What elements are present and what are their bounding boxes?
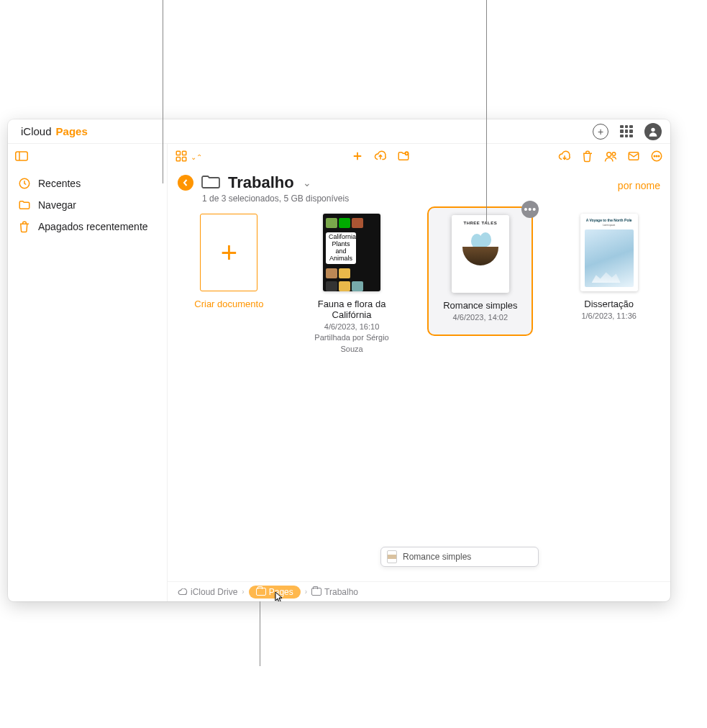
delete-button[interactable]: [581, 150, 594, 165]
title-bar: iCloud Pages +: [8, 119, 670, 144]
svg-point-0: [651, 127, 654, 131]
callout-line-more: [486, 0, 487, 223]
account-avatar[interactable]: [644, 123, 662, 140]
toolbar-group-left: ⌄⌃: [175, 150, 202, 165]
breadcrumb-trabalho[interactable]: Trabalho: [311, 587, 358, 597]
svg-point-15: [658, 155, 660, 157]
thumb-text: California Plants and Animals: [326, 232, 356, 264]
email-button[interactable]: [627, 150, 640, 165]
breadcrumb-icloud-drive[interactable]: iCloud Drive: [178, 587, 237, 597]
svg-rect-1: [16, 152, 28, 160]
svg-point-13: [654, 155, 655, 157]
cloud-upload-icon: [374, 150, 387, 163]
sidebar-item-recents[interactable]: Recentes: [8, 173, 167, 194]
upload-button[interactable]: [374, 150, 387, 165]
folder-plus-icon: [397, 150, 410, 163]
view-mode-button[interactable]: [175, 150, 188, 165]
toggle-sidebar-button[interactable]: [15, 151, 28, 163]
create-document-thumb: +: [200, 214, 257, 291]
new-document-button[interactable]: [351, 150, 364, 165]
create-document-label: Criar documento: [182, 299, 276, 309]
sidebar-item-browse[interactable]: Navegar: [8, 194, 167, 216]
plus-icon: +: [598, 126, 603, 137]
sidebar-item-label: Navegar: [38, 199, 76, 211]
view-mode-caret-icon[interactable]: ⌄⌃: [191, 153, 202, 161]
window-body: Recentes Navegar Apagados recentemente: [8, 144, 670, 601]
sidebar-icon: [15, 151, 28, 161]
share-button[interactable]: [604, 150, 617, 165]
svg-rect-5: [183, 151, 186, 155]
sidebar-item-recently-deleted[interactable]: Apagados recentemente: [8, 216, 167, 237]
back-button[interactable]: [178, 175, 193, 191]
document-title: Romance simples: [434, 300, 526, 311]
sidebar-items: Recentes Navegar Apagados recentemente: [8, 170, 167, 240]
chevron-right-icon: ›: [305, 588, 307, 596]
breadcrumb-label: Trabalho: [324, 587, 358, 597]
document-card-fauna[interactable]: California Plants and Animals Fauna e fl…: [305, 214, 399, 355]
folder-caret-icon[interactable]: ⌄: [303, 177, 311, 188]
content-toolbar: ⌄⌃: [168, 144, 670, 170]
document-shared-by: Partilhada por Sérgio Souza: [305, 332, 399, 355]
callout-line-breadcrumb: [260, 601, 260, 666]
chevron-right-icon: ›: [242, 588, 244, 596]
thumb-text: THREE TALES: [463, 221, 497, 225]
callout-line-back: [163, 0, 163, 183]
envelope-icon: [627, 150, 640, 163]
toolbar-group-center: [351, 150, 410, 165]
brand: iCloud Pages: [17, 125, 88, 137]
svg-point-10: [612, 152, 616, 155]
breadcrumb-label: iCloud Drive: [191, 587, 237, 597]
thumb-text: A Voyage to the North Pole: [585, 218, 634, 222]
ellipsis-icon: •••: [524, 204, 537, 215]
document-title: Fauna e flora da Califórnia: [305, 299, 399, 320]
drag-preview-pill: Romance simples: [380, 547, 539, 567]
svg-point-9: [607, 152, 611, 156]
app-window: iCloud Pages +: [8, 119, 670, 601]
breadcrumb-pages-drop-target[interactable]: Pages: [249, 586, 301, 599]
plus-icon: [351, 150, 364, 163]
plus-large-icon: +: [221, 238, 237, 267]
sidebar-item-label: Apagados recentemente: [38, 221, 148, 232]
folder-name[interactable]: Trabalho: [228, 173, 294, 192]
compose-circle-button[interactable]: +: [593, 124, 608, 140]
document-thumbnail: California Plants and Animals: [323, 214, 380, 291]
svg-point-14: [656, 155, 657, 157]
svg-rect-6: [176, 157, 180, 160]
cursor-pointer-icon: [275, 591, 283, 602]
cloud-icon: [178, 588, 188, 596]
brand-icloud: iCloud: [21, 125, 52, 137]
create-document-tile[interactable]: + Criar documento: [182, 214, 276, 311]
clock-icon: [18, 177, 31, 190]
folder-icon: [311, 588, 321, 596]
document-card-romance[interactable]: ••• THREE TALES Romance simples 4/6/2023…: [427, 206, 533, 336]
app-launcher-icon[interactable]: [620, 125, 633, 138]
sidebar: Recentes Navegar Apagados recentemente: [8, 144, 168, 601]
sidebar-item-label: Recentes: [38, 178, 81, 189]
folder-header: Trabalho ⌄ 1 de 3 selecionados, 5 GB dis…: [168, 170, 670, 211]
more-button[interactable]: [650, 150, 663, 165]
document-date: 4/6/2023, 14:02: [434, 312, 526, 323]
document-thumbnail: THREE TALES: [452, 215, 509, 293]
document-more-button[interactable]: •••: [521, 201, 539, 218]
documents-grid: + Criar documento California Plants and …: [168, 211, 670, 581]
drag-preview-label: Romance simples: [403, 552, 471, 562]
person-icon: [647, 126, 659, 137]
document-date: 1/6/2023, 11:36: [562, 311, 656, 322]
drag-mini-thumbnail: [387, 550, 397, 563]
ellipsis-circle-icon: [650, 150, 663, 163]
folder-title-row: Trabalho ⌄: [178, 173, 660, 192]
folder-icon: [201, 173, 221, 190]
folder-glyph-icon: [201, 173, 221, 192]
sort-button[interactable]: por nome: [618, 180, 660, 191]
download-button[interactable]: [558, 150, 571, 165]
brand-app-name: Pages: [56, 125, 88, 137]
trash-icon: [581, 150, 594, 163]
title-bar-actions: +: [593, 123, 662, 140]
trash-icon: [18, 220, 31, 233]
collaborate-icon: [604, 150, 617, 163]
folder-icon: [18, 199, 31, 211]
new-folder-button[interactable]: [397, 150, 410, 165]
document-card-dissert[interactable]: A Voyage to the North Pole Lorem ipsum D…: [562, 214, 656, 322]
breadcrumb-bar: iCloud Drive › Pages › Trabalho: [168, 581, 670, 601]
document-thumbnail: A Voyage to the North Pole Lorem ipsum: [580, 214, 638, 291]
